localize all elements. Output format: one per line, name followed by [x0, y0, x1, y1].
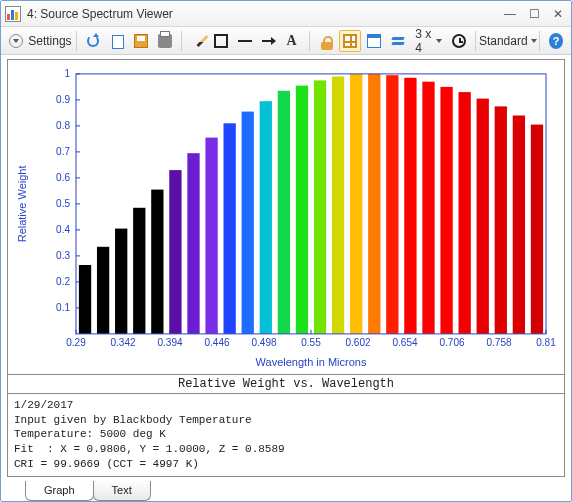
svg-text:0.394: 0.394	[157, 337, 182, 348]
info-line-2: Temperature: 5000 deg K	[14, 428, 166, 440]
svg-text:0.8: 0.8	[56, 120, 70, 131]
svg-rect-66	[495, 106, 507, 334]
separator	[475, 31, 476, 51]
svg-rect-45	[115, 229, 127, 334]
svg-text:0.29: 0.29	[66, 337, 86, 348]
app-icon	[5, 6, 21, 22]
grid-icon	[343, 34, 357, 48]
toolbar: Settings A 3 x 4 Standard ?	[1, 27, 571, 55]
tab-text[interactable]: Text	[93, 481, 151, 501]
svg-rect-52	[242, 112, 254, 334]
standard-label: Standard	[479, 34, 528, 48]
svg-rect-63	[440, 87, 452, 334]
svg-rect-54	[278, 91, 290, 334]
svg-text:0.3: 0.3	[56, 250, 70, 261]
help-icon: ?	[549, 33, 563, 49]
svg-rect-58	[350, 74, 362, 334]
svg-rect-56	[314, 80, 326, 334]
save-button[interactable]	[130, 30, 152, 52]
svg-text:0.9: 0.9	[56, 94, 70, 105]
chart-svg: 0.10.20.30.40.50.60.70.80.910.290.3420.3…	[8, 60, 564, 374]
svg-text:0.5: 0.5	[56, 198, 70, 209]
print-icon	[158, 34, 172, 48]
settings-label: Settings	[28, 34, 71, 48]
layers-button[interactable]	[387, 30, 409, 52]
svg-rect-59	[368, 74, 380, 334]
chart-panel: 0.10.20.30.40.50.60.70.80.910.290.3420.3…	[7, 59, 565, 375]
tab-graph-label: Graph	[44, 484, 75, 496]
info-date: 1/29/2017	[14, 399, 73, 411]
chart-caption: Relative Weight vs. Wavelength	[7, 375, 565, 394]
svg-text:0.342: 0.342	[110, 337, 135, 348]
standard-dropdown[interactable]: Standard	[481, 30, 534, 52]
layout-dropdown[interactable]: 3 x 4	[411, 30, 446, 52]
text-icon: A	[286, 34, 300, 48]
svg-text:0.2: 0.2	[56, 276, 70, 287]
titlebar: 4: Source Spectrum Viewer — ☐ ✕	[1, 1, 571, 27]
svg-text:0.6: 0.6	[56, 172, 70, 183]
info-panel: 1/29/2017 Input given by Blackbody Tempe…	[7, 394, 565, 477]
annotate-text-button[interactable]: A	[282, 30, 304, 52]
separator	[309, 31, 310, 51]
annotate-rect-button[interactable]	[210, 30, 232, 52]
svg-rect-47	[151, 190, 163, 334]
copy-icon	[114, 37, 124, 49]
annotate-arrow-button[interactable]	[258, 30, 280, 52]
maximize-button[interactable]: ☐	[527, 7, 541, 21]
refresh-icon	[86, 34, 100, 48]
chevron-down-icon	[436, 39, 442, 43]
window-icon	[367, 34, 381, 48]
svg-text:0.81: 0.81	[536, 337, 556, 348]
lock-button[interactable]	[315, 30, 337, 52]
settings-button[interactable]: Settings	[29, 30, 71, 52]
pencil-icon	[196, 34, 208, 46]
help-button[interactable]: ?	[545, 30, 567, 52]
clock-button[interactable]	[448, 30, 470, 52]
grid-button[interactable]	[339, 30, 361, 52]
line-icon	[238, 34, 252, 48]
lock-icon	[321, 42, 333, 50]
svg-rect-46	[133, 208, 145, 334]
layout-label: 3 x 4	[415, 27, 433, 55]
svg-text:Wavelength in Microns: Wavelength in Microns	[256, 356, 367, 368]
tab-text-label: Text	[112, 484, 132, 496]
expand-button[interactable]	[5, 30, 27, 52]
window-title: 4: Source Spectrum Viewer	[27, 7, 497, 21]
svg-rect-64	[459, 92, 471, 334]
separator	[76, 31, 77, 51]
info-line-4: CRI = 99.9669 (CCT = 4997 K)	[14, 458, 199, 470]
svg-text:0.55: 0.55	[301, 337, 321, 348]
svg-text:1: 1	[64, 68, 70, 79]
tab-graph[interactable]: Graph	[25, 481, 94, 501]
copy-button[interactable]	[106, 30, 128, 52]
svg-text:0.602: 0.602	[345, 337, 370, 348]
annotate-line-button[interactable]	[234, 30, 256, 52]
content-area: 0.10.20.30.40.50.60.70.80.910.290.3420.3…	[1, 55, 571, 501]
svg-rect-50	[205, 138, 217, 334]
svg-text:0.446: 0.446	[204, 337, 229, 348]
svg-rect-65	[477, 99, 489, 334]
svg-text:0.1: 0.1	[56, 302, 70, 313]
svg-text:0.654: 0.654	[392, 337, 417, 348]
annotate-pencil-button[interactable]	[186, 30, 208, 52]
svg-rect-44	[97, 247, 109, 334]
minimize-button[interactable]: —	[503, 7, 517, 21]
svg-rect-62	[422, 82, 434, 334]
svg-text:0.498: 0.498	[251, 337, 276, 348]
info-line-1: Input given by Blackbody Temperature	[14, 414, 252, 426]
layers-icon	[391, 34, 405, 48]
svg-text:Relative Weight: Relative Weight	[16, 165, 28, 242]
print-button[interactable]	[154, 30, 176, 52]
svg-rect-0	[76, 74, 546, 334]
chevron-down-icon	[9, 34, 23, 48]
svg-rect-60	[386, 75, 398, 334]
svg-rect-53	[260, 101, 272, 334]
close-button[interactable]: ✕	[551, 7, 565, 21]
svg-rect-51	[224, 123, 236, 334]
svg-rect-55	[296, 86, 308, 334]
svg-rect-67	[513, 115, 525, 333]
refresh-button[interactable]	[82, 30, 104, 52]
window-layout-button[interactable]	[363, 30, 385, 52]
svg-rect-57	[332, 76, 344, 333]
rectangle-icon	[214, 34, 228, 48]
